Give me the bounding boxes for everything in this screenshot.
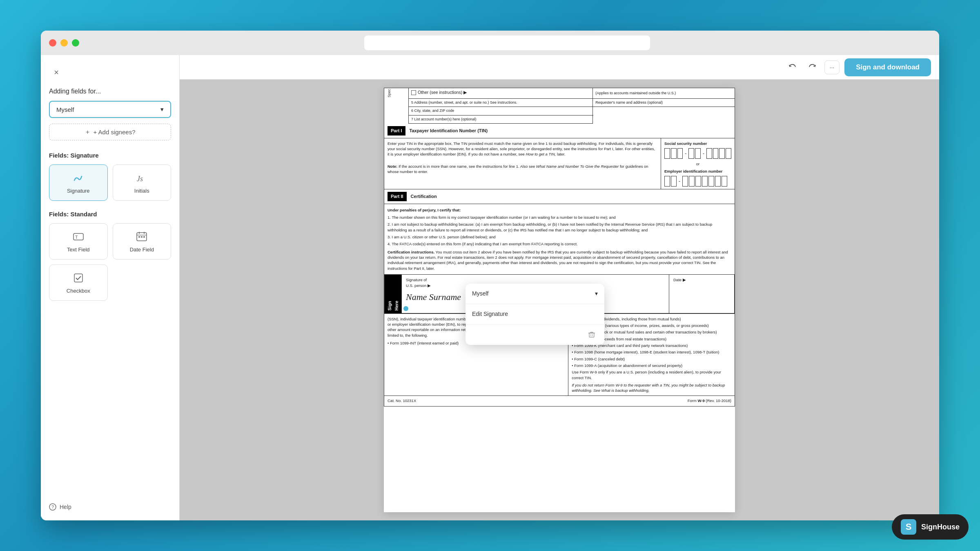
initials-label: Initials [134,188,149,194]
svg-text:?: ? [51,504,54,509]
cat-no: Cat. No. 10231X [388,398,416,404]
cert3: 3. I am a U.S. citizen or other U.S. per… [388,234,731,240]
signature-popup: Myself ▾ Edit Signature [466,284,604,345]
svg-text:Js: Js [137,175,143,183]
maximize-button[interactable] [72,39,79,47]
part1-note: Note: If the account is in more than one… [388,164,657,175]
doc-scroll[interactable]: Spec Other (see instructions) ▶ (Applies… [180,80,939,520]
close-button[interactable] [49,39,56,47]
requesters-label: Requester's name and address (optional) [593,98,735,107]
url-bar[interactable] [364,36,650,50]
cert1: 1. The number shown on this form is my c… [388,215,731,220]
fields-standard-label: Fields: Standard [49,211,171,218]
part1-subtitle: Taxpayer Identification Number (TIN) [410,127,488,134]
text-field-icon: T [72,230,85,243]
browser-window: × Adding fields for... Myself ▾ ＋ + Add … [41,31,939,520]
signature-label: Signature [67,188,90,194]
sign-here-label: SignHere [385,275,401,313]
sign-download-button[interactable]: Sign and download [844,58,931,76]
ssn-label: Social security number [664,141,731,147]
edit-signature-item[interactable]: Edit Signature [466,304,604,324]
doc-toolbar: ··· Sign and download [180,55,939,80]
sidebar: × Adding fields for... Myself ▾ ＋ + Add … [41,55,180,520]
signhouse-brand: S SignHouse [892,514,969,540]
popup-signee-name: Myself [472,289,488,298]
doc-paper: Spec Other (see instructions) ▶ (Applies… [384,88,735,512]
browser-content: × Adding fields for... Myself ▾ ＋ + Add … [41,55,939,520]
address5-label: 5 Address (number, street, and apt. or s… [409,98,593,107]
date-field-item[interactable]: Date Field [113,223,172,260]
popup-header: Myself ▾ [466,284,604,304]
fields-signature-label: Fields: Signature [49,152,171,159]
cert2: 2. I am not subject to backup withholdin… [388,222,731,233]
other-label: Other (see instructions) ▶ [418,89,467,96]
part2-title: Part II [388,192,407,201]
part2-subtitle: Certification [411,193,437,200]
date-field-label: Date Field [130,247,154,253]
redo-button[interactable] [805,60,820,75]
signhouse-name: SignHouse [921,523,960,531]
initials-field-item[interactable]: Js Initials [113,164,172,201]
svg-rect-10 [74,274,82,282]
part1-body: Enter your TIN in the appropriate box. T… [388,141,657,157]
signature-icon [72,171,85,184]
popup-footer [466,324,604,345]
signhouse-logo: S [901,519,916,535]
signee-dropdown[interactable]: Myself ▾ [49,101,171,118]
text-field-item[interactable]: T Text Field [49,223,108,260]
more-button[interactable]: ··· [824,60,840,74]
address7-label: 7 List account number(s) here (optional) [409,115,593,124]
plus-icon: ＋ [85,128,91,136]
form-spec-table: Spec Other (see instructions) ▶ (Applies… [384,88,735,124]
checkbox-field-item[interactable]: Checkbox [49,264,108,301]
address6-label: 6 City, state, and ZIP code [409,107,593,116]
date-label: Date ▶ [673,277,730,283]
minimize-button[interactable] [60,39,68,47]
text-field-label: Text Field [67,247,90,253]
doc-content: Spec Other (see instructions) ▶ (Applies… [384,88,735,407]
svg-text:T: T [75,235,78,240]
adding-fields-label: Adding fields for... [49,88,171,95]
signature-fields-grid: Signature Js Initials [49,164,171,201]
svg-rect-13 [589,333,594,337]
help-icon: ? [49,503,56,511]
date-field-icon [135,230,148,243]
sidebar-close-button[interactable]: × [49,65,64,80]
main-area: ··· Sign and download Spec [180,55,939,520]
signee-name: Myself [56,106,74,113]
chevron-down-icon: ▾ [160,106,164,113]
ein-label: Employer identification number [664,169,731,174]
sign-date: Date ▶ [669,275,734,313]
signature-field-item[interactable]: Signature [49,164,108,201]
applies-label: (Applies to accounts maintained outside … [593,88,735,99]
trash-icon [588,331,595,338]
delete-signature-button[interactable] [586,329,598,341]
help-label: Help [60,504,71,510]
more-icon: ··· [830,64,835,71]
cert-instructions: Certification instructions. You must cro… [388,249,731,271]
add-signees-label: + Add signees? [93,129,135,136]
cert4: 4. The FATCA code(s) entered on this for… [388,241,731,247]
form-id: Form W-9 (Rev. 10-2018) [688,398,731,404]
svg-rect-7 [138,236,140,238]
help-button[interactable]: ? Help [49,495,171,511]
standard-fields-grid: T Text Field Date Field [49,223,171,301]
checkbox-label: Checkbox [67,288,90,294]
undo-button[interactable] [785,60,800,75]
part1-title: Part I [388,126,405,136]
initials-icon: Js [135,171,148,184]
svg-rect-8 [141,236,143,238]
browser-titlebar [41,31,939,55]
checkbox-icon [72,271,85,284]
chevron-icon: ▾ [595,289,598,298]
svg-rect-9 [143,236,145,238]
add-signees-button[interactable]: ＋ + Add signees? [49,124,171,140]
